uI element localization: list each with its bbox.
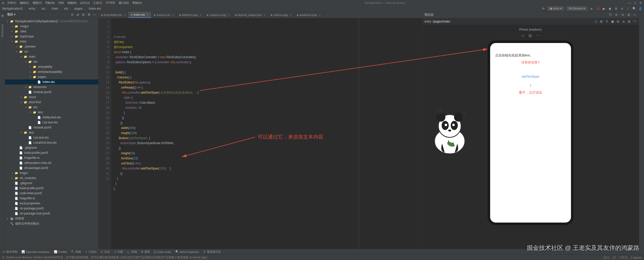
run-icon[interactable]: ▶	[590, 7, 593, 10]
more-device-icon[interactable]: ⋯	[536, 33, 540, 37]
bookmarks-tab[interactable]: Bookmarks	[1, 24, 4, 37]
tree-row[interactable]: 📄build-profile.json5	[5, 150, 98, 155]
select-opened-icon[interactable]: ⊙	[70, 13, 74, 16]
bottom-tool[interactable]: ✓TODO	[85, 250, 97, 253]
tree-row[interactable]: ▾📁test	[5, 130, 98, 135]
tree-row[interactable]: 📄oh-package.json5	[5, 165, 98, 170]
run-config-dropdown[interactable]: ▣ entry ▾	[547, 6, 564, 11]
tree-row[interactable]: ▸📚外部库	[5, 216, 98, 221]
menu-item[interactable]: 代码	[58, 1, 64, 5]
editor-tab[interactable]: ●copyIcon.png×	[204, 12, 232, 18]
debug-icon[interactable]: 🐞	[596, 7, 600, 10]
editor-tab[interactable]: ●startIcon.png×	[177, 12, 204, 18]
more-icon[interactable]: ⋮	[626, 7, 630, 10]
bottom-tool[interactable]: ⚠问题	[114, 250, 123, 254]
tree-row[interactable]: 📄oh-package.json5	[5, 206, 98, 211]
tree-row[interactable]: ▸📁.hvigor	[5, 24, 98, 29]
dots-icon[interactable]: ⠿	[605, 20, 609, 23]
tree-row[interactable]: 📄local.properties	[5, 201, 98, 206]
attach-icon[interactable]: ⏸	[614, 7, 618, 10]
rotate-icon[interactable]: ⟲	[621, 13, 624, 17]
tree-row[interactable]: 🔧临时文件和控制台	[5, 221, 98, 226]
breadcrumb-item[interactable]: main	[52, 7, 58, 10]
menu-item[interactable]: 构建(B)	[67, 1, 77, 5]
sync-icon[interactable]: ⟲	[541, 7, 545, 10]
tree-row[interactable]: ▾📁src	[5, 49, 98, 54]
breadcrumb-item[interactable]: MyApplication3	[2, 7, 22, 10]
editor-tab[interactable]: ●enums.d.ts×	[151, 12, 177, 18]
minimize-icon[interactable]: ―	[628, 1, 631, 5]
bottom-tool[interactable]: ⎇版本控制	[2, 250, 17, 254]
breadcrumb-item[interactable]: pages	[74, 7, 83, 10]
coverage-icon[interactable]: ▶	[602, 7, 606, 10]
bottom-tool[interactable]: 📈Profiler	[54, 250, 67, 253]
search-icon[interactable]: 🔍	[632, 7, 636, 10]
maximize-icon[interactable]: □	[634, 1, 636, 5]
editor-tab[interactable]: ●EntryAbility.ets×	[99, 12, 128, 18]
avatar-icon[interactable]: 👤	[638, 7, 642, 10]
tree-row[interactable]: 📄Index.ets	[5, 79, 98, 84]
tree-row[interactable]: 📄obfuscation-rules.txt	[5, 160, 98, 165]
tree-row[interactable]: ▸📁hvigor	[5, 170, 98, 176]
tree-row[interactable]: ▸📁oh_modules	[5, 176, 98, 181]
tree-row[interactable]: ▸📁entryability	[5, 64, 98, 69]
close-icon[interactable]: ✕	[639, 1, 642, 5]
tree-row[interactable]: ▾📁test	[5, 110, 98, 115]
tree-row[interactable]: 📄List.test.ets	[5, 120, 98, 125]
breadcrumb[interactable]: MyApplication3〉entry〉src〉main〉ets〉pages〉…	[2, 6, 103, 11]
stop-icon[interactable]: ■	[620, 7, 624, 10]
zoom-in-icon[interactable]: ⊞	[627, 20, 631, 23]
status-field[interactable]: 2 spaces	[631, 256, 642, 259]
bottom-tool[interactable]: 🔨构建	[71, 250, 81, 254]
addtextspan-button[interactable]: addTextSpan	[521, 75, 539, 78]
menu-item[interactable]: 运行(U)	[80, 1, 89, 5]
menu-item[interactable]: VCS(S)	[106, 1, 115, 5]
code-editor[interactable]: // xxx.ets@Entry@Componentstruct Index {…	[111, 18, 422, 249]
device-dropdown[interactable]: No Devices ▾	[566, 6, 587, 11]
tree-row[interactable]: 📄oh-package-lock.json5	[5, 211, 98, 216]
tree-row[interactable]: ▾📁MyApplication3 [MyApplication] C:\User…	[5, 19, 98, 24]
settings-icon[interactable]: ⚙	[87, 13, 91, 16]
tree-row[interactable]: ▾📁ohosTest	[5, 100, 98, 105]
bottom-tool[interactable]: >_终端	[127, 250, 137, 254]
minimize-preview-icon[interactable]: ―	[633, 13, 636, 17]
tree-row[interactable]: ▾📁ets	[5, 59, 98, 64]
profile-icon[interactable]: ◉	[608, 7, 612, 10]
collapse-icon[interactable]: ⊟	[82, 13, 85, 16]
gear-icon[interactable]: ⚙	[627, 13, 630, 17]
tree-row[interactable]: ▸📁mock	[5, 95, 98, 100]
bottom-tool[interactable]: 📊Operation Analyzer	[21, 250, 50, 253]
tree-row[interactable]: ▸📁resources	[5, 84, 98, 90]
editor-tab[interactable]: ●layered_image.json×	[232, 12, 268, 18]
tree-row[interactable]: 📄Ability.test.ets	[5, 115, 98, 120]
menu-item[interactable]: 编辑(E)	[20, 1, 29, 5]
breadcrumb-item[interactable]: src	[41, 7, 45, 10]
multiwin-icon[interactable]: ▥	[529, 33, 532, 37]
bottom-tool[interactable]: {}Code Linter	[154, 250, 171, 253]
project-panel-title[interactable]: 项目 ▾	[7, 12, 15, 17]
breadcrumb-item[interactable]: entry	[29, 7, 35, 10]
project-tree[interactable]: ▾📁MyApplication3 [MyApplication] C:\User…	[5, 18, 98, 249]
editor-tab[interactable]: ●Index.ets×	[128, 12, 151, 18]
tree-row[interactable]: 📄hvigorfile.ts	[5, 196, 98, 201]
tree-row[interactable]: 📄code-linter.json5	[5, 191, 98, 196]
tree-row[interactable]: 📄module.json5	[5, 90, 98, 95]
tree-row[interactable]: 📄.gitignore	[5, 181, 98, 186]
tree-row[interactable]: 📄module.json5	[5, 125, 98, 130]
tree-row[interactable]: ▸📁.idea	[5, 29, 98, 34]
tt-icon[interactable]: Tт	[609, 13, 612, 17]
bottom-tool[interactable]: 🔍ArkUI Inspector	[175, 250, 199, 253]
bottom-tool[interactable]: 🗒预览器日志	[203, 250, 221, 254]
fit-icon[interactable]: ▣	[611, 20, 614, 23]
tree-row[interactable]: ▾📁entry	[5, 39, 98, 44]
grid-icon[interactable]: ⊞	[600, 20, 603, 23]
status-field[interactable]: 32:1	[604, 256, 609, 259]
menu-item[interactable]: 帮助(H)	[132, 1, 142, 5]
tree-row[interactable]: ▸📁AppScope	[5, 34, 98, 39]
tree-row[interactable]: ▸📁entrybackupability	[5, 69, 98, 74]
menu-item[interactable]: 工具(T)	[93, 1, 102, 5]
bottom-tool[interactable]: ⚙服务	[141, 250, 150, 254]
bottom-tool[interactable]: 🗒日志	[101, 250, 110, 254]
tree-row[interactable]: ▾📁ets	[5, 105, 98, 110]
tree-row[interactable]: ▾📁main	[5, 54, 98, 59]
